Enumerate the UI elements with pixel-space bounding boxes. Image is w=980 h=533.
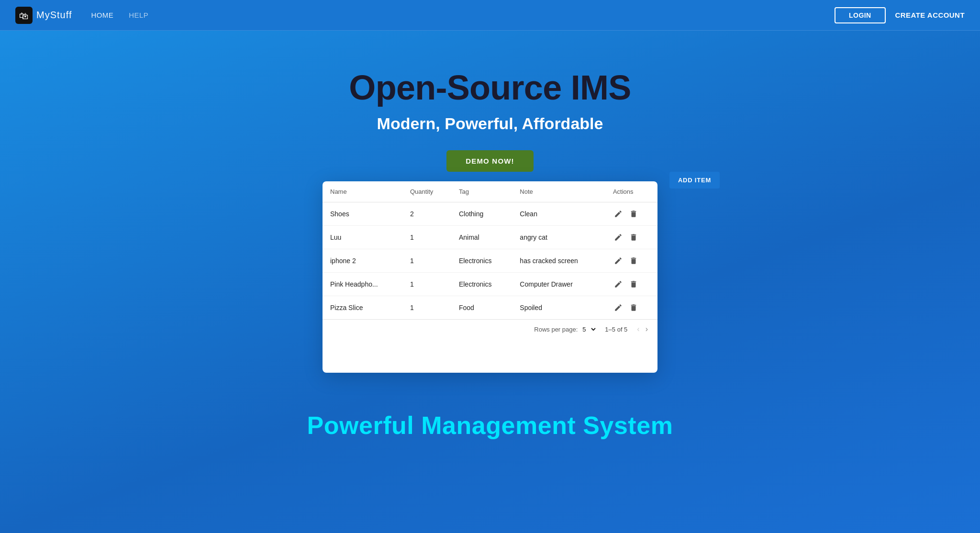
- delete-icon: [629, 210, 638, 218]
- cell-note: angry cat: [512, 226, 605, 249]
- rows-per-page-select[interactable]: 5 10 25: [580, 325, 597, 333]
- cell-tag: Clothing: [451, 202, 512, 226]
- cell-name: Luu: [323, 226, 402, 249]
- col-tag: Tag: [451, 181, 512, 202]
- svg-text:🛍: 🛍: [19, 11, 29, 21]
- brand-logo[interactable]: 🛍 MyStuff: [15, 7, 72, 24]
- cell-actions: [605, 296, 657, 320]
- table-row: Pink Headpho... 1 Electronics Computer D…: [323, 273, 657, 296]
- pagination-range: 1–5 of 5: [605, 326, 627, 333]
- cell-actions: [605, 273, 657, 296]
- cell-quantity: 1: [402, 296, 451, 320]
- pagination-nav: ‹ ›: [635, 324, 650, 334]
- edit-icon: [614, 280, 623, 289]
- delete-button[interactable]: [628, 279, 639, 289]
- rows-per-page: Rows per page: 5 10 25: [534, 325, 597, 333]
- cell-note: has cracked screen: [512, 249, 605, 273]
- table-row: Luu 1 Animal angry cat: [323, 226, 657, 249]
- brand-name: MyStuff: [36, 10, 72, 21]
- cell-name: Pink Headpho...: [323, 273, 402, 296]
- demo-card: Name Quantity Tag Note Actions Shoes 2 C…: [323, 181, 657, 373]
- cell-name: iphone 2: [323, 249, 402, 273]
- hero-section: Open-Source IMS Modern, Powerful, Afford…: [0, 31, 980, 392]
- cell-actions: [605, 249, 657, 273]
- edit-icon: [614, 256, 623, 265]
- rows-per-page-label: Rows per page:: [534, 326, 578, 333]
- create-account-button[interactable]: CREATE ACCOUNT: [895, 11, 965, 19]
- table-row: iphone 2 1 Electronics has cracked scree…: [323, 249, 657, 273]
- col-actions: Actions: [605, 181, 657, 202]
- cell-tag: Food: [451, 296, 512, 320]
- next-page-button[interactable]: ›: [644, 324, 650, 334]
- cell-quantity: 1: [402, 273, 451, 296]
- hero-subtitle: Modern, Powerful, Affordable: [377, 114, 603, 133]
- delete-button[interactable]: [628, 209, 639, 219]
- col-name: Name: [323, 181, 402, 202]
- demo-section: Name Quantity Tag Note Actions Shoes 2 C…: [303, 172, 677, 373]
- brand-icon: 🛍: [15, 7, 33, 24]
- cell-name: Pizza Slice: [323, 296, 402, 320]
- cell-note: Spoiled: [512, 296, 605, 320]
- prev-page-button[interactable]: ‹: [635, 324, 641, 334]
- cell-quantity: 1: [402, 249, 451, 273]
- edit-button[interactable]: [613, 279, 624, 289]
- cell-tag: Electronics: [451, 249, 512, 273]
- delete-button[interactable]: [628, 232, 639, 243]
- cell-tag: Animal: [451, 226, 512, 249]
- delete-icon: [629, 256, 638, 265]
- delete-button[interactable]: [628, 302, 639, 313]
- edit-button[interactable]: [613, 232, 624, 243]
- add-item-button[interactable]: ADD ITEM: [669, 172, 720, 189]
- edit-button[interactable]: [613, 255, 624, 266]
- cell-quantity: 2: [402, 202, 451, 226]
- bottom-title: Powerful Management System: [10, 411, 970, 440]
- delete-icon: [629, 280, 638, 289]
- delete-icon: [629, 233, 638, 242]
- demo-button[interactable]: DEMO NOW!: [446, 150, 534, 172]
- cell-actions: [605, 226, 657, 249]
- navbar: 🛍 MyStuff HOME HELP LOGIN CREATE ACCOUNT: [0, 0, 980, 31]
- bottom-section: Powerful Management System: [0, 392, 980, 449]
- col-quantity: Quantity: [402, 181, 451, 202]
- table-header-row: Name Quantity Tag Note Actions: [323, 181, 657, 202]
- items-table: Name Quantity Tag Note Actions Shoes 2 C…: [323, 181, 657, 319]
- table-row: Pizza Slice 1 Food Spoiled: [323, 296, 657, 320]
- cell-quantity: 1: [402, 226, 451, 249]
- edit-icon: [614, 210, 623, 218]
- col-note: Note: [512, 181, 605, 202]
- cell-note: Computer Drawer: [512, 273, 605, 296]
- edit-button[interactable]: [613, 302, 624, 313]
- delete-icon: [629, 303, 638, 312]
- nav-links: HOME HELP: [91, 11, 835, 19]
- table-footer: Rows per page: 5 10 25 1–5 of 5 ‹ ›: [323, 319, 657, 339]
- nav-home[interactable]: HOME: [91, 11, 113, 19]
- table-row: Shoes 2 Clothing Clean: [323, 202, 657, 226]
- navbar-actions: LOGIN CREATE ACCOUNT: [835, 7, 965, 23]
- edit-icon: [614, 233, 623, 242]
- hero-title: Open-Source IMS: [349, 69, 631, 107]
- cell-name: Shoes: [323, 202, 402, 226]
- login-button[interactable]: LOGIN: [835, 7, 885, 23]
- cell-tag: Electronics: [451, 273, 512, 296]
- cell-note: Clean: [512, 202, 605, 226]
- edit-icon: [614, 303, 623, 312]
- cell-actions: [605, 202, 657, 226]
- nav-help[interactable]: HELP: [129, 11, 148, 19]
- edit-button[interactable]: [613, 209, 624, 219]
- delete-button[interactable]: [628, 255, 639, 266]
